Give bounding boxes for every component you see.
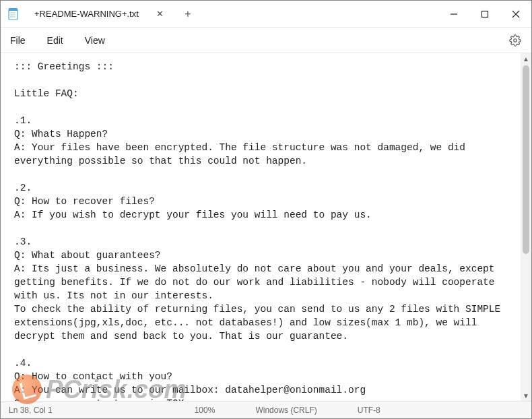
statusbar: Ln 38, Col 1 100% Windows (CRLF) UTF-8 <box>1 401 531 418</box>
tab-title: +README-WARNING+.txt <box>34 9 139 19</box>
scroll-down-icon[interactable]: ▼ <box>521 390 531 401</box>
new-tab-button[interactable]: + <box>178 4 198 24</box>
scrollbar-thumb[interactable] <box>523 65 529 254</box>
menu-view[interactable]: View <box>85 35 105 46</box>
notepad-app-icon <box>7 7 20 21</box>
titlebar: +README-WARNING+.txt ✕ + <box>1 1 531 28</box>
notepad-window: +README-WARNING+.txt ✕ + File Edit View … <box>0 0 532 419</box>
menubar: File Edit View <box>1 28 531 53</box>
vertical-scrollbar[interactable]: ▲ ▼ <box>521 53 531 401</box>
tab-close-icon[interactable]: ✕ <box>155 9 166 20</box>
status-line-ending: Windows (CRLF) <box>255 406 317 415</box>
status-cursor-position: Ln 38, Col 1 <box>9 406 53 415</box>
close-button[interactable] <box>500 1 531 28</box>
window-controls <box>438 1 531 28</box>
text-editor[interactable]: ::: Greetings ::: Little FAQ: .1. Q: Wha… <box>1 53 521 401</box>
svg-point-9 <box>514 38 517 42</box>
scroll-up-icon[interactable]: ▲ <box>521 53 531 64</box>
menu-file[interactable]: File <box>10 35 26 46</box>
svg-rect-6 <box>482 11 488 17</box>
settings-gear-icon[interactable] <box>508 34 522 47</box>
svg-rect-1 <box>9 8 18 11</box>
status-encoding: UTF-8 <box>358 406 380 415</box>
maximize-button[interactable] <box>469 1 500 28</box>
status-zoom[interactable]: 100% <box>195 406 215 415</box>
document-tab[interactable]: +README-WARNING+.txt ✕ <box>28 3 172 25</box>
minimize-button[interactable] <box>438 1 469 28</box>
menu-edit[interactable]: Edit <box>47 35 63 46</box>
content-area: ::: Greetings ::: Little FAQ: .1. Q: Wha… <box>1 53 531 401</box>
